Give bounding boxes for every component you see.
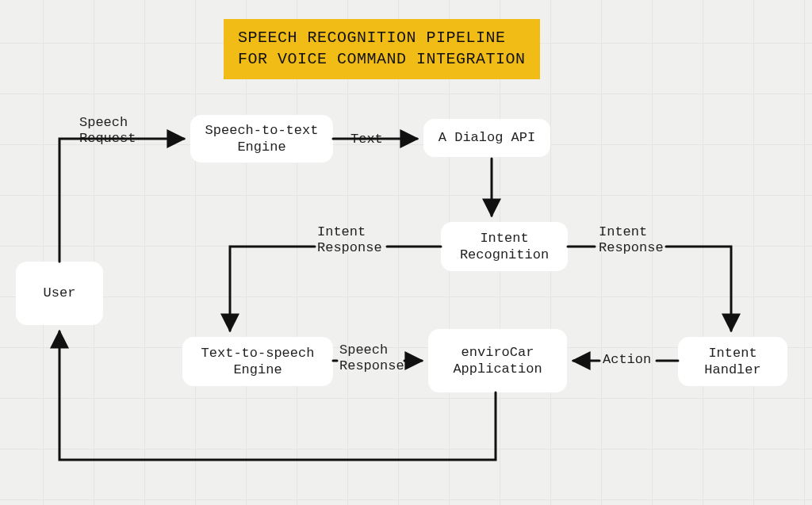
edge-intent-response-to-tts [230,247,315,331]
edge-envirocar-to-user [59,331,496,460]
edge-intent-response-to-handler [666,247,731,331]
connectors [0,0,812,505]
edge-user-to-stt [59,139,184,262]
